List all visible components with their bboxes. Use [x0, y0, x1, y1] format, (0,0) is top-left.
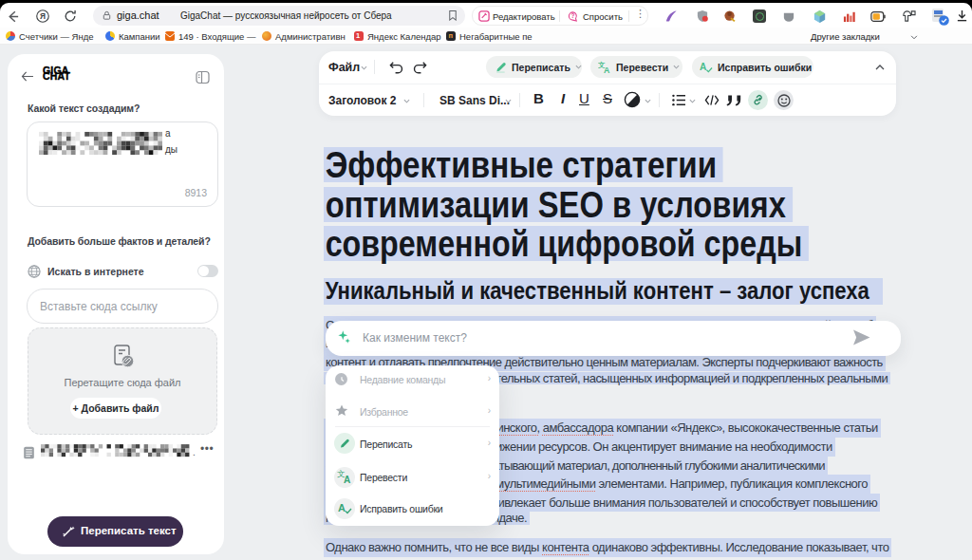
- svg-text:A: A: [344, 475, 351, 485]
- svg-text:A: A: [700, 62, 707, 72]
- svg-text:A: A: [338, 502, 346, 513]
- svg-text:?: ?: [570, 12, 574, 19]
- svg-text:A: A: [604, 65, 610, 73]
- svg-text:Я: Я: [40, 11, 46, 21]
